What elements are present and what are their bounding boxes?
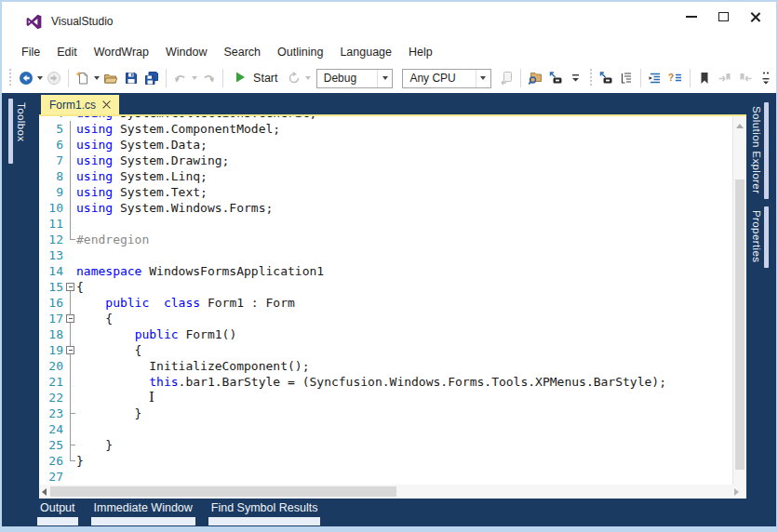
open-file-icon[interactable] xyxy=(101,67,121,89)
menu-item-language[interactable]: Language xyxy=(331,44,400,60)
debug-combobox[interactable]: Debug xyxy=(316,69,394,88)
outline-margin xyxy=(65,421,76,437)
outline-margin[interactable] xyxy=(65,342,76,358)
line-number: 26 xyxy=(39,453,63,469)
line-number: 12 xyxy=(39,232,63,247)
left-dock-strip: Toolbox xyxy=(2,93,39,526)
vertical-scrollbar[interactable] xyxy=(732,116,746,485)
start-button[interactable]: Start xyxy=(227,70,283,87)
visual-studio-logo-icon xyxy=(26,14,42,30)
menu-item-window[interactable]: Window xyxy=(157,44,215,60)
line-number: 20 xyxy=(39,358,63,374)
navigate-to-icon-2[interactable] xyxy=(596,67,616,89)
code-line: 19 { xyxy=(39,342,733,358)
line-number: 15 xyxy=(39,279,63,295)
toolbar-drag-handle[interactable] xyxy=(8,69,13,87)
code-line: 17 { xyxy=(39,311,733,326)
toolbar-drag-handle[interactable] xyxy=(589,69,594,87)
toolbar-options-icon[interactable] xyxy=(566,67,586,89)
menu-item-search[interactable]: Search xyxy=(215,44,269,60)
outline-margin[interactable] xyxy=(65,311,76,326)
horizontal-scrollbar[interactable] xyxy=(39,485,746,499)
tab-close-icon[interactable] xyxy=(102,100,111,109)
save-all-icon[interactable] xyxy=(141,67,162,89)
collapse-box-icon[interactable] xyxy=(66,346,74,354)
menu-item-edit[interactable]: Edit xyxy=(48,44,86,60)
sidebar-tab-solution-explorer[interactable]: Solution Explorer xyxy=(746,102,776,199)
chevron-down-icon[interactable] xyxy=(377,70,392,87)
menu-item-outlining[interactable]: Outlining xyxy=(269,44,331,60)
code-line: 27 xyxy=(39,469,733,485)
line-number: 9 xyxy=(39,184,63,200)
close-icon xyxy=(749,11,761,23)
code-text: } xyxy=(76,406,141,421)
line-number: 17 xyxy=(39,311,63,326)
chevron-down-icon[interactable] xyxy=(476,70,490,87)
minimize-button[interactable] xyxy=(676,6,707,28)
outline-margin xyxy=(65,247,76,263)
restart-icon xyxy=(284,67,304,89)
code-text: { xyxy=(76,311,113,326)
right-dock-strip: Solution ExplorerProperties xyxy=(746,93,776,526)
undo-icon-dropdown xyxy=(191,67,198,89)
save-icon[interactable] xyxy=(121,67,141,89)
line-number: 11 xyxy=(39,216,63,232)
outline-margin xyxy=(65,390,76,406)
outline-margin[interactable] xyxy=(65,279,76,295)
close-button[interactable] xyxy=(739,6,771,28)
code-text: using System.Windows.Forms; xyxy=(76,200,273,216)
outline-margin xyxy=(65,295,76,311)
vertical-scrollbar-thumb[interactable] xyxy=(735,180,744,470)
bottom-tab-label: Find Symbol Results xyxy=(208,501,321,514)
sidebar-tab-toolbox[interactable]: Toolbox xyxy=(2,99,39,164)
indent-icon[interactable] xyxy=(645,67,665,89)
tab-label: Form1.cs xyxy=(49,99,96,112)
collapse-box-icon[interactable] xyxy=(66,314,74,323)
code-editor: 4using System.Collections.Generic;5using… xyxy=(39,116,746,485)
horizontal-scrollbar-thumb[interactable] xyxy=(50,486,396,497)
scroll-up-icon[interactable] xyxy=(736,124,744,128)
bottom-tab-find-symbol-results[interactable]: Find Symbol Results xyxy=(208,501,321,525)
format-selection-icon[interactable]: ? xyxy=(665,67,686,89)
menu-bar: FileEditWordWrapWindowSearchOutliningLan… xyxy=(2,41,776,63)
collapse-box-icon[interactable] xyxy=(66,283,74,291)
title-bar: VisualStudio xyxy=(2,2,776,41)
code-text: } xyxy=(76,453,84,469)
sidebar-tab-properties[interactable]: Properties xyxy=(746,206,776,268)
app-window: VisualStudio FileEditWordWrapWindowSearc… xyxy=(0,0,778,532)
navigate-forward-icon xyxy=(44,67,64,89)
scroll-left-icon[interactable] xyxy=(42,488,47,496)
scroll-right-icon[interactable] xyxy=(734,488,739,496)
tab-spine xyxy=(764,206,769,268)
outline-margin xyxy=(65,406,76,421)
bottom-tab-immediate-window[interactable]: Immediate Window xyxy=(91,501,195,525)
navigate-backward-icon[interactable] xyxy=(16,67,36,89)
dock-area: Toolbox Form1.cs 4using System.Collectio… xyxy=(2,93,776,526)
maximize-button[interactable] xyxy=(707,6,739,28)
navigate-to-icon[interactable] xyxy=(545,67,566,89)
code-text: using System.Text; xyxy=(76,184,208,200)
outline-margin xyxy=(65,137,76,153)
menu-item-file[interactable]: File xyxy=(13,44,48,60)
bottom-tab-label: Immediate Window xyxy=(91,501,195,514)
text-cursor: I xyxy=(149,391,154,405)
toggle-bookmark-icon[interactable] xyxy=(694,67,715,89)
code-surface[interactable]: 4using System.Collections.Generic;5using… xyxy=(39,116,733,485)
chevron-down-icon xyxy=(305,76,311,80)
navigate-backward-icon-dropdown[interactable] xyxy=(36,67,44,89)
tab-form1cs[interactable]: Form1.cs xyxy=(41,95,119,114)
find-in-files-icon[interactable] xyxy=(525,67,545,89)
toolbar-overflow-icon[interactable] xyxy=(756,67,776,89)
platform-combobox[interactable]: Any CPU xyxy=(402,69,490,88)
bottom-dock-strip: OutputImmediate WindowFind Symbol Result… xyxy=(2,499,776,526)
next-bookmark-icon xyxy=(715,67,735,89)
menu-item-help[interactable]: Help xyxy=(400,44,441,60)
new-file-icon[interactable] xyxy=(73,67,93,89)
bottom-tab-output[interactable]: Output xyxy=(37,501,78,525)
code-line: 26} xyxy=(39,453,733,469)
document-outline-icon[interactable] xyxy=(616,67,637,89)
new-file-icon-dropdown[interactable] xyxy=(93,67,101,89)
code-line: 8using System.Linq; xyxy=(39,168,733,184)
menu-item-wordwrap[interactable]: WordWrap xyxy=(86,44,157,60)
code-line: 12#endregion xyxy=(39,232,733,247)
